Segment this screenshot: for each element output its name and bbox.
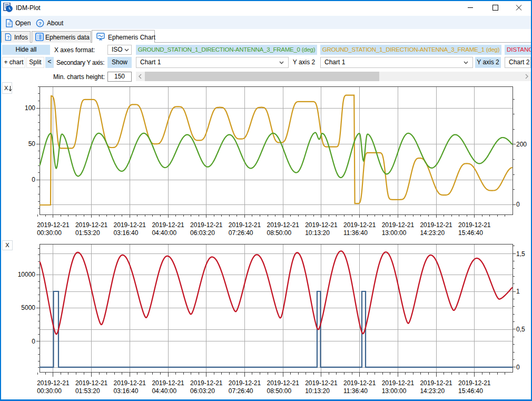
- svg-text:03:16:40: 03:16:40: [114, 387, 139, 395]
- svg-text:2019-12-21: 2019-12-21: [152, 379, 184, 387]
- svg-text:07:26:40: 07:26:40: [229, 387, 253, 395]
- svg-text:2019-12-21: 2019-12-21: [114, 379, 146, 387]
- svg-text:50: 50: [28, 140, 36, 148]
- svg-text:08:50:00: 08:50:00: [267, 229, 292, 237]
- svg-text:2019-12-21: 2019-12-21: [229, 221, 261, 229]
- svg-text:11:36:40: 11:36:40: [343, 387, 368, 395]
- svg-text:0: 0: [516, 364, 520, 371]
- svg-text:10:13:20: 10:13:20: [305, 387, 330, 395]
- svg-text:2019-12-21: 2019-12-21: [382, 379, 415, 387]
- svg-text:2019-12-21: 2019-12-21: [75, 379, 108, 387]
- svg-text:14:23:20: 14:23:20: [420, 387, 445, 395]
- svg-text:2019-12-21: 2019-12-21: [267, 379, 300, 387]
- svg-text:13:00:00: 13:00:00: [382, 387, 407, 395]
- svg-text:1,5: 1,5: [516, 250, 525, 258]
- svg-text:2019-12-21: 2019-12-21: [229, 379, 261, 387]
- svg-text:2019-12-21: 2019-12-21: [190, 379, 223, 387]
- svg-text:01:53:20: 01:53:20: [75, 387, 100, 395]
- svg-text:06:03:20: 06:03:20: [190, 387, 215, 395]
- svg-text:2019-12-21: 2019-12-21: [37, 379, 70, 387]
- svg-text:2019-12-21: 2019-12-21: [114, 221, 146, 229]
- svg-text:00:30:00: 00:30:00: [37, 387, 62, 395]
- svg-text:2019-12-21: 2019-12-21: [267, 221, 300, 229]
- svg-text:11:36:40: 11:36:40: [343, 229, 368, 237]
- svg-text:13:00:00: 13:00:00: [382, 229, 407, 237]
- svg-text:14:23:20: 14:23:20: [420, 229, 445, 237]
- svg-text:2019-12-21: 2019-12-21: [75, 221, 108, 229]
- svg-text:2019-12-21: 2019-12-21: [190, 221, 223, 229]
- svg-text:08:50:00: 08:50:00: [267, 387, 292, 395]
- svg-text:06:03:20: 06:03:20: [190, 229, 215, 237]
- svg-text:07:26:40: 07:26:40: [229, 229, 253, 237]
- svg-text:0: 0: [516, 201, 520, 208]
- svg-text:2019-12-21: 2019-12-21: [305, 221, 338, 229]
- svg-text:100: 100: [25, 104, 35, 112]
- svg-text:2019-12-21: 2019-12-21: [37, 221, 70, 229]
- svg-text:10000: 10000: [18, 271, 36, 278]
- svg-text:0,5: 0,5: [516, 326, 525, 333]
- svg-text:15:46:40: 15:46:40: [458, 229, 483, 237]
- svg-text:04:40:00: 04:40:00: [152, 229, 176, 237]
- svg-text:2019-12-21: 2019-12-21: [152, 221, 184, 229]
- svg-text:200: 200: [516, 141, 527, 148]
- svg-text:00:30:00: 00:30:00: [37, 229, 62, 237]
- svg-text:2019-12-21: 2019-12-21: [458, 379, 491, 387]
- svg-text:5000: 5000: [21, 304, 35, 311]
- svg-text:01:53:20: 01:53:20: [75, 229, 100, 237]
- svg-text:04:40:00: 04:40:00: [152, 387, 176, 395]
- svg-text:10:13:20: 10:13:20: [305, 229, 330, 237]
- svg-text:2019-12-21: 2019-12-21: [458, 221, 491, 229]
- svg-text:2019-12-21: 2019-12-21: [420, 379, 452, 387]
- svg-text:0: 0: [32, 338, 35, 345]
- svg-text:2019-12-21: 2019-12-21: [305, 379, 338, 387]
- svg-text:2019-12-21: 2019-12-21: [420, 221, 452, 229]
- svg-text:1: 1: [516, 288, 520, 295]
- svg-text:0: 0: [32, 176, 35, 183]
- svg-text:2019-12-21: 2019-12-21: [382, 221, 415, 229]
- svg-text:15:46:40: 15:46:40: [458, 387, 483, 395]
- svg-text:2019-12-21: 2019-12-21: [343, 379, 376, 387]
- svg-text:2019-12-21: 2019-12-21: [343, 221, 376, 229]
- svg-text:03:16:40: 03:16:40: [114, 229, 139, 237]
